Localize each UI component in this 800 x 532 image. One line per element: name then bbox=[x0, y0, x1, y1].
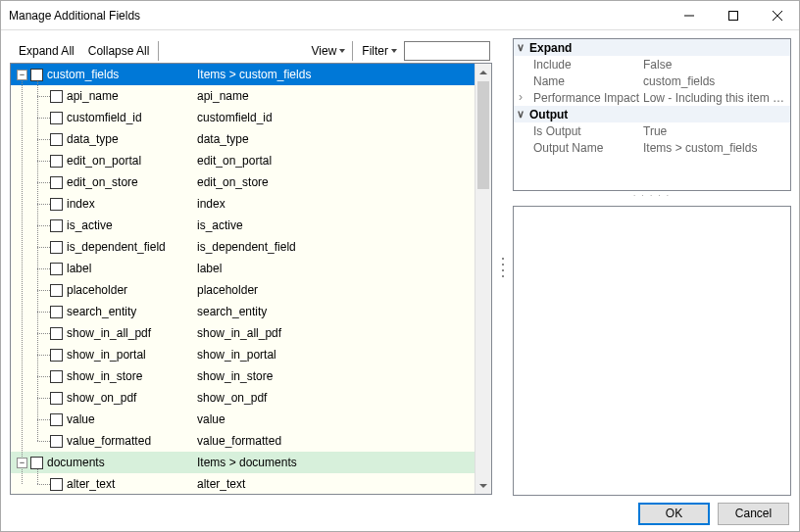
collapse-icon[interactable]: − bbox=[17, 458, 27, 468]
field-path: data_type bbox=[197, 132, 475, 146]
field-name: custom_fields bbox=[47, 68, 119, 81]
field-path: show_in_portal bbox=[197, 348, 475, 362]
tree-toolbar: Expand All Collapse All View Filter bbox=[10, 39, 492, 63]
tree-node-show_on_pdf[interactable]: show_on_pdfshow_on_pdf bbox=[11, 387, 475, 409]
field-checkbox[interactable] bbox=[50, 284, 63, 297]
svg-rect-1 bbox=[728, 11, 737, 20]
dialog-window: Manage Additional Fields Expand All Coll… bbox=[0, 0, 800, 532]
field-name: alter_text bbox=[67, 477, 115, 491]
vertical-scrollbar[interactable] bbox=[475, 64, 491, 494]
preview-pane bbox=[513, 206, 791, 496]
field-checkbox[interactable] bbox=[50, 370, 63, 383]
tree-node-custom_fields[interactable]: −custom_fieldsItems > custom_fields bbox=[11, 64, 475, 85]
field-name: placeholder bbox=[67, 283, 127, 297]
view-dropdown[interactable]: View bbox=[305, 41, 351, 61]
window-title: Manage Additional Fields bbox=[9, 9, 667, 23]
field-path: index bbox=[197, 197, 475, 211]
tree-node-placeholder[interactable]: placeholderplaceholder bbox=[11, 279, 475, 301]
field-name: edit_on_store bbox=[67, 175, 138, 189]
field-checkbox[interactable] bbox=[50, 176, 63, 189]
field-checkbox[interactable] bbox=[50, 241, 63, 254]
field-name: is_dependent_field bbox=[67, 240, 166, 254]
tree-node-documents[interactable]: −documentsItems > documents bbox=[11, 452, 475, 473]
close-button[interactable] bbox=[755, 1, 799, 29]
chevron-down-icon bbox=[339, 49, 345, 53]
prop-output-name[interactable]: Output Name Items > custom_fields bbox=[514, 139, 790, 156]
collapse-all-button[interactable]: Collapse All bbox=[81, 41, 157, 61]
field-path: api_name bbox=[197, 89, 475, 103]
field-checkbox[interactable] bbox=[30, 457, 43, 469]
collapse-icon: ∨ bbox=[517, 109, 525, 120]
tree-node-edit_on_portal[interactable]: edit_on_portaledit_on_portal bbox=[11, 150, 475, 171]
prop-performance-impact[interactable]: Performance Impact Low - Including this … bbox=[514, 89, 790, 106]
field-checkbox[interactable] bbox=[50, 435, 63, 448]
field-name: data_type bbox=[67, 132, 119, 146]
tree-node-is_active[interactable]: is_activeis_active bbox=[11, 215, 475, 236]
tree-node-value_formatted[interactable]: value_formattedvalue_formatted bbox=[11, 430, 475, 452]
field-checkbox[interactable] bbox=[50, 219, 63, 232]
tree-node-search_entity[interactable]: search_entitysearch_entity bbox=[11, 301, 475, 322]
prop-name[interactable]: Name custom_fields bbox=[514, 73, 790, 89]
expand-all-button[interactable]: Expand All bbox=[12, 41, 81, 61]
field-path: edit_on_portal bbox=[197, 154, 475, 168]
filter-dropdown[interactable]: Filter bbox=[355, 41, 402, 61]
tree-node-label[interactable]: labellabel bbox=[11, 258, 475, 279]
field-checkbox[interactable] bbox=[50, 392, 63, 405]
right-pane: ∨ Expand Include False Name custom_field… bbox=[513, 38, 791, 496]
field-name: value bbox=[67, 412, 95, 426]
tree-node-customfield_id[interactable]: customfield_idcustomfield_id bbox=[11, 107, 475, 128]
cancel-button[interactable]: Cancel bbox=[718, 503, 789, 525]
field-path: value bbox=[197, 412, 475, 426]
field-checkbox[interactable] bbox=[50, 478, 63, 491]
field-checkbox[interactable] bbox=[50, 263, 63, 275]
field-checkbox[interactable] bbox=[30, 69, 43, 81]
field-path: is_active bbox=[197, 218, 475, 232]
prop-category-expand[interactable]: ∨ Expand bbox=[514, 39, 790, 56]
tree-node-show_in_store[interactable]: show_in_storeshow_in_store bbox=[11, 365, 475, 387]
field-name: is_active bbox=[67, 218, 113, 232]
field-name: search_entity bbox=[67, 305, 136, 318]
collapse-icon[interactable]: − bbox=[17, 70, 27, 80]
tree-node-show_in_all_pdf[interactable]: show_in_all_pdfshow_in_all_pdf bbox=[11, 322, 475, 344]
tree-node-edit_on_store[interactable]: edit_on_storeedit_on_store bbox=[11, 171, 475, 193]
field-name: show_in_portal bbox=[67, 348, 146, 362]
scrollbar-thumb[interactable] bbox=[477, 81, 489, 189]
tree-node-show_in_portal[interactable]: show_in_portalshow_in_portal bbox=[11, 344, 475, 365]
filter-input[interactable] bbox=[404, 41, 490, 61]
property-grid: ∨ Expand Include False Name custom_field… bbox=[513, 38, 791, 191]
vertical-splitter[interactable] bbox=[501, 38, 505, 496]
field-name: show_on_pdf bbox=[67, 391, 136, 405]
horizontal-splitter[interactable]: · · · · · bbox=[513, 194, 791, 200]
field-checkbox[interactable] bbox=[50, 349, 63, 362]
field-path: Items > documents bbox=[197, 456, 475, 469]
field-name: show_in_store bbox=[67, 369, 142, 383]
field-checkbox[interactable] bbox=[50, 198, 63, 211]
minimize-button[interactable] bbox=[667, 1, 711, 29]
field-name: label bbox=[67, 262, 91, 275]
maximize-button[interactable] bbox=[711, 1, 755, 29]
ok-button[interactable]: OK bbox=[638, 503, 710, 525]
field-checkbox[interactable] bbox=[50, 327, 63, 340]
prop-is-output[interactable]: Is Output True bbox=[514, 122, 790, 139]
field-path: is_dependent_field bbox=[197, 240, 475, 254]
scroll-down-icon bbox=[479, 484, 487, 488]
field-name: documents bbox=[47, 456, 105, 469]
prop-category-output[interactable]: ∨ Output bbox=[514, 106, 790, 122]
field-checkbox[interactable] bbox=[50, 112, 63, 124]
chevron-down-icon bbox=[391, 49, 397, 53]
tree-node-api_name[interactable]: api_nameapi_name bbox=[11, 85, 475, 107]
field-checkbox[interactable] bbox=[50, 155, 63, 168]
tree-node-index[interactable]: indexindex bbox=[11, 193, 475, 215]
dialog-footer: OK Cancel bbox=[1, 496, 799, 531]
prop-include[interactable]: Include False bbox=[514, 56, 790, 73]
tree-node-is_dependent_field[interactable]: is_dependent_fieldis_dependent_field bbox=[11, 236, 475, 258]
titlebar: Manage Additional Fields bbox=[1, 1, 799, 30]
field-checkbox[interactable] bbox=[50, 90, 63, 103]
tree-node-value[interactable]: valuevalue bbox=[11, 409, 475, 430]
field-checkbox[interactable] bbox=[50, 413, 63, 426]
collapse-icon: ∨ bbox=[517, 42, 525, 53]
field-checkbox[interactable] bbox=[50, 306, 63, 318]
tree-node-data_type[interactable]: data_typedata_type bbox=[11, 128, 475, 150]
field-checkbox[interactable] bbox=[50, 133, 63, 146]
tree-node-alter_text[interactable]: alter_textalter_text bbox=[11, 473, 475, 494]
